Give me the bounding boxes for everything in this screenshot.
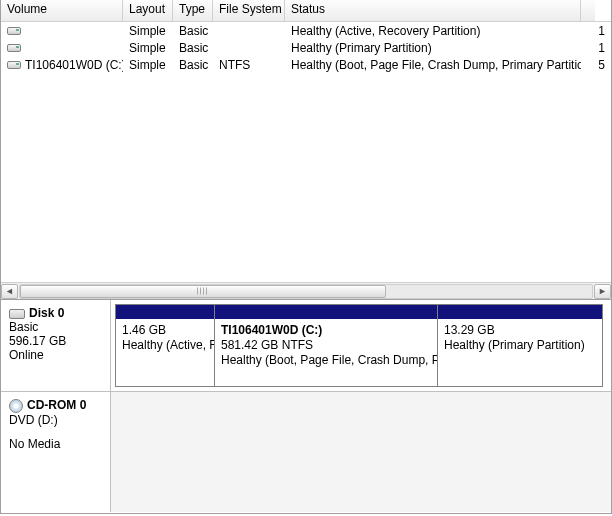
header-layout[interactable]: Layout: [123, 0, 173, 21]
cdrom-line2: DVD (D:): [9, 413, 102, 427]
cell-extra: 1: [581, 24, 611, 38]
volume-name: TI106401W0D (C:): [25, 58, 123, 72]
volume-row[interactable]: Simple Basic Healthy (Primary Partition)…: [1, 39, 611, 56]
horizontal-scrollbar[interactable]: ◄ ►: [1, 282, 611, 299]
disk-info[interactable]: Disk 0 Basic 596.17 GB Online: [1, 300, 111, 391]
graphical-view-pane: Disk 0 Basic 596.17 GB Online 1.46 GB He…: [0, 300, 612, 514]
cell-layout: Simple: [123, 58, 173, 72]
cell-fs: NTFS: [213, 58, 285, 72]
cdrom-icon: [9, 399, 23, 413]
partition[interactable]: TI106401W0D (C:) 581.42 GB NTFS Healthy …: [214, 304, 438, 387]
cdrom-title: CD-ROM 0: [27, 398, 86, 412]
header-status[interactable]: Status: [285, 0, 581, 21]
header-type[interactable]: Type: [173, 0, 213, 21]
cdrom-line3: No Media: [9, 437, 102, 451]
partition-stripe: [116, 305, 214, 319]
cell-type: Basic: [173, 24, 213, 38]
cell-status: Healthy (Boot, Page File, Crash Dump, Pr…: [285, 58, 581, 72]
drive-icon: [7, 27, 21, 35]
cell-layout: Simple: [123, 41, 173, 55]
disk-type: Basic: [9, 320, 102, 334]
column-headers: Volume Layout Type File System Status: [1, 0, 611, 22]
volume-row[interactable]: TI106401W0D (C:) Simple Basic NTFS Healt…: [1, 56, 611, 73]
cdrom-empty-area: [111, 392, 611, 512]
cell-status: Healthy (Primary Partition): [285, 41, 581, 55]
disk-icon: [9, 309, 25, 319]
partition-size: 581.42 GB NTFS: [221, 338, 431, 353]
cdrom-info[interactable]: CD-ROM 0 DVD (D:) No Media: [1, 392, 111, 512]
cell-extra: 5: [581, 58, 611, 72]
partition-stripe: [438, 305, 602, 319]
disk-size: 596.17 GB: [9, 334, 102, 348]
header-volume[interactable]: Volume: [1, 0, 123, 21]
partition-status: Healthy (Active, Recovery Partition): [122, 338, 208, 353]
volume-rows: Simple Basic Healthy (Active, Recovery P…: [1, 22, 611, 73]
volume-list-pane: Volume Layout Type File System Status Si…: [0, 0, 612, 300]
partition[interactable]: 1.46 GB Healthy (Active, Recovery Partit…: [115, 304, 215, 387]
cell-layout: Simple: [123, 24, 173, 38]
partition-size: 1.46 GB: [122, 323, 208, 338]
partition-stripe: [215, 305, 437, 319]
cdrom-row: CD-ROM 0 DVD (D:) No Media: [1, 392, 611, 512]
header-filesystem[interactable]: File System: [213, 0, 285, 21]
disk-state: Online: [9, 348, 102, 362]
partition-size: 13.29 GB: [444, 323, 596, 338]
partition-status: Healthy (Primary Partition): [444, 338, 596, 353]
cell-type: Basic: [173, 41, 213, 55]
scroll-thumb[interactable]: [20, 285, 386, 298]
disk-row: Disk 0 Basic 596.17 GB Online 1.46 GB He…: [1, 300, 611, 392]
header-extra[interactable]: [581, 0, 595, 21]
scroll-track[interactable]: [19, 284, 593, 299]
drive-icon: [7, 44, 21, 52]
partition-name: TI106401W0D (C:): [221, 323, 431, 338]
disk-title: Disk 0: [29, 306, 64, 320]
cell-type: Basic: [173, 58, 213, 72]
volume-row[interactable]: Simple Basic Healthy (Active, Recovery P…: [1, 22, 611, 39]
drive-icon: [7, 61, 21, 69]
partition-map: 1.46 GB Healthy (Active, Recovery Partit…: [111, 300, 611, 391]
cell-extra: 1: [581, 41, 611, 55]
partition[interactable]: 13.29 GB Healthy (Primary Partition): [437, 304, 603, 387]
scroll-right-arrow[interactable]: ►: [594, 284, 611, 299]
scroll-left-arrow[interactable]: ◄: [1, 284, 18, 299]
partition-status: Healthy (Boot, Page File, Crash Dump, Pr…: [221, 353, 431, 368]
cell-status: Healthy (Active, Recovery Partition): [285, 24, 581, 38]
